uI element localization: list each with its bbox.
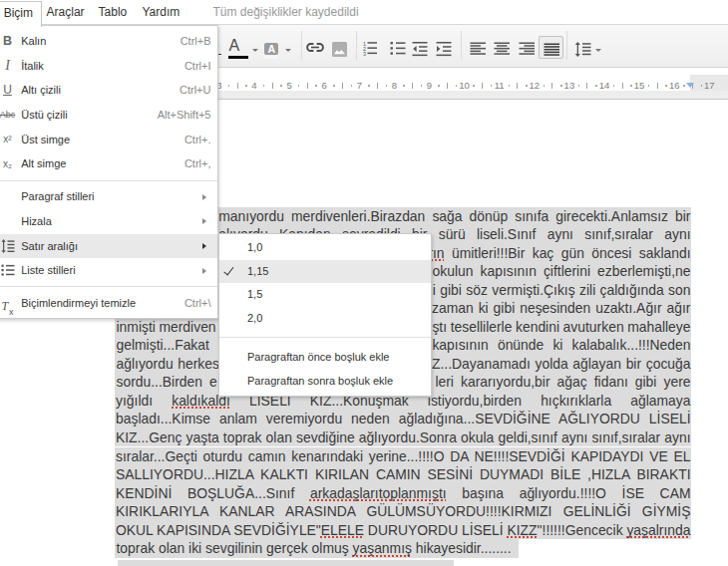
svg-text:3: 3	[363, 51, 366, 57]
